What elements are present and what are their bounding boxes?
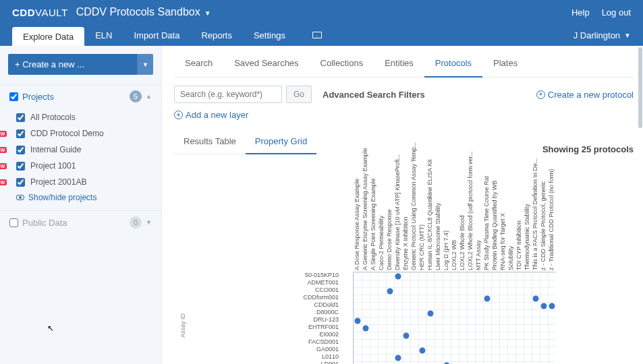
show-hide-projects[interactable]: Show/hide projects — [9, 190, 152, 205]
new-badge: NEW — [0, 147, 7, 153]
column-header[interactable]: This is a FACS Protocol Definition In De… — [531, 169, 539, 270]
column-header[interactable]: A Dose Response Assay Example — [353, 169, 361, 270]
project-item[interactable]: NEWProject 1001 — [9, 158, 152, 174]
add-layer-link[interactable]: +Add a new layer — [174, 110, 248, 120]
nav-settings[interactable]: Settings — [243, 24, 296, 46]
column-header[interactable]: z - Traditional CDD Protocol (no form) — [547, 169, 555, 270]
project-checkbox[interactable] — [16, 162, 25, 171]
column-header[interactable]: Solubility — [507, 169, 515, 270]
column-header[interactable]: Enzyme X Inhibition — [401, 169, 410, 270]
vault-switcher[interactable]: CDDV Protocols Sandbox▼ — [76, 6, 211, 18]
tab-entities[interactable]: Entities — [374, 51, 424, 77]
tab-property-grid[interactable]: Property Grid — [246, 131, 316, 154]
help-link[interactable]: Help — [571, 7, 590, 18]
data-point[interactable] — [395, 273, 401, 279]
data-point[interactable] — [403, 332, 410, 338]
column-header[interactable]: PK Study Plasma Time Course Rat — [482, 169, 491, 270]
column-header[interactable]: RNA-seq for Target X — [499, 169, 507, 270]
create-new-dropdown[interactable]: ▼ — [137, 54, 153, 75]
data-point[interactable] — [549, 303, 555, 309]
column-header[interactable]: Caco-2 Permeability — [377, 169, 385, 270]
main-panel: Search Saved Searches Collections Entiti… — [162, 46, 643, 364]
create-protocol-link[interactable]: +Create a new protocol — [536, 90, 634, 100]
mail-icon — [312, 32, 322, 38]
row-header[interactable]: CCO001 — [194, 286, 343, 294]
project-checkbox[interactable] — [16, 146, 25, 154]
data-point[interactable] — [533, 295, 539, 301]
row-header[interactable]: L0110 — [194, 353, 343, 361]
tab-plates[interactable]: Plates — [482, 51, 528, 77]
column-header[interactable]: LOXL2 WB — [450, 169, 458, 270]
tab-results-table[interactable]: Results Table — [174, 131, 246, 154]
column-header[interactable]: MTT Assay — [474, 169, 482, 270]
column-header[interactable]: Demo Dose Response — [385, 169, 393, 270]
project-checkbox[interactable] — [16, 129, 25, 138]
column-header[interactable]: Thermodynamic Stability — [523, 169, 531, 270]
row-header[interactable]: ADMET001 — [194, 279, 343, 286]
column-header[interactable]: Diversity Kinase [10 uM ATP] KinaseProfi… — [393, 169, 401, 270]
column-header[interactable]: Protein Binding Quantified by WB — [491, 169, 499, 270]
project-item[interactable]: NEWInternal Guide — [9, 142, 152, 158]
column-header[interactable]: z - CDD Simple Protocol, generic — [539, 169, 547, 270]
column-header[interactable]: Liver Microsome Stability — [434, 169, 442, 270]
data-point[interactable] — [428, 310, 434, 316]
project-checkbox[interactable] — [16, 178, 25, 187]
projects-section-toggle[interactable]: Projects 5 ▲ — [0, 84, 161, 108]
eye-icon — [16, 195, 24, 200]
nav-explore-data[interactable]: Explore Data — [12, 27, 84, 46]
data-point[interactable] — [541, 303, 547, 309]
data-point[interactable] — [355, 317, 361, 324]
row-header[interactable]: EHTRF001 — [194, 324, 343, 331]
project-item[interactable]: NEWCDD Protocol Demo — [9, 125, 152, 142]
row-header[interactable]: DRU-123 — [194, 316, 343, 324]
public-data-checkbox[interactable] — [9, 218, 18, 227]
column-header[interactable]: LOXL2 Whole Blood — [458, 169, 466, 270]
column-header[interactable]: A Single Point Screening Example — [369, 169, 377, 270]
project-checkbox[interactable] — [16, 113, 25, 122]
column-header[interactable]: LOXL2 Whole Blood (udf protocol form ver… — [466, 169, 474, 270]
row-header[interactable]: LD001 — [194, 361, 343, 364]
column-header[interactable]: A Generic Enzyme Screening Assay Example — [361, 169, 369, 270]
column-header[interactable]: Log D (pH 7.4) — [442, 169, 450, 270]
tab-search[interactable]: Search — [174, 51, 223, 77]
data-point[interactable] — [484, 295, 491, 301]
nav-mail[interactable] — [296, 24, 338, 46]
column-header[interactable]: Human IL-8/CXCL8 Quantikine ELISA Kit — [426, 169, 434, 270]
scatter-plot[interactable] — [353, 272, 555, 364]
tab-collections[interactable]: Collections — [310, 51, 374, 77]
data-point[interactable] — [363, 325, 369, 331]
advanced-filters-label: Advanced Search Filters — [323, 90, 425, 100]
column-header[interactable]: TDI CYP Inhibition — [515, 169, 523, 270]
row-header[interactable]: CDDform001 — [194, 294, 343, 301]
go-button[interactable]: Go — [286, 86, 312, 103]
data-point[interactable] — [420, 347, 426, 353]
data-point[interactable] — [387, 288, 393, 294]
public-data-count-badge: 0 — [130, 216, 142, 229]
column-header[interactable]: HER CRC (MTT) — [418, 169, 426, 270]
nav-reports[interactable]: Reports — [190, 24, 243, 46]
create-new-button[interactable]: + Create a new ... — [8, 54, 137, 75]
project-item[interactable]: NEWProject 2001AB — [9, 174, 152, 190]
project-item[interactable]: All Protocols — [9, 109, 152, 125]
row-header[interactable]: EI0002 — [194, 331, 343, 338]
row-header[interactable]: FACSD001 — [194, 338, 343, 346]
data-point[interactable] — [395, 355, 401, 361]
row-header[interactable]: 50-015KP10 — [194, 272, 343, 279]
logout-link[interactable]: Log out — [602, 7, 631, 18]
user-menu[interactable]: J Darlington▼ — [574, 24, 631, 46]
nav-import-data[interactable]: Import Data — [123, 24, 190, 46]
view-tabs: Results Table Property Grid — [174, 131, 316, 154]
project-label: Project 1001 — [30, 161, 76, 171]
tab-saved-searches[interactable]: Saved Searches — [223, 51, 309, 77]
public-data-section-toggle[interactable]: Public Data 0 ▼ — [0, 210, 161, 234]
tab-protocols[interactable]: Protocols — [424, 51, 482, 78]
entity-tabs: Search Saved Searches Collections Entiti… — [174, 51, 634, 78]
projects-checkbox[interactable] — [9, 92, 18, 101]
row-header[interactable]: CDDold1 — [194, 301, 343, 309]
search-input[interactable] — [174, 86, 282, 103]
nav-eln[interactable]: ELN — [84, 24, 123, 46]
row-header[interactable]: D8000C — [194, 309, 343, 316]
column-header[interactable]: Generic Protocol Using Common Assay Temp… — [410, 169, 418, 270]
scrollbar-thumb[interactable] — [638, 47, 642, 128]
row-header[interactable]: GA0001 — [194, 346, 343, 353]
